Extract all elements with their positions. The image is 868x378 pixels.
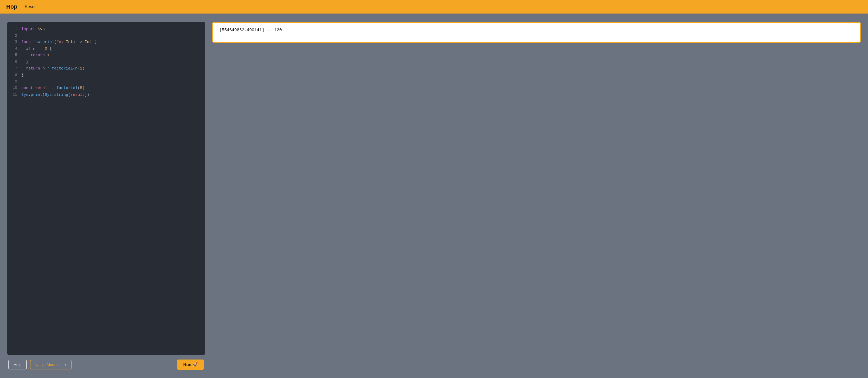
line-number: 6 <box>12 59 17 66</box>
output-box: [554649862.490141] -- 120 <box>212 22 861 43</box>
line-number: 11 <box>12 92 17 98</box>
main-content: 1import Sys23func factoriel(#n: Int) -> … <box>0 13 868 378</box>
line-number: 7 <box>12 65 17 72</box>
reset-button[interactable]: Reset <box>23 3 38 10</box>
line-number: 2 <box>12 33 17 39</box>
line-number: 9 <box>12 79 17 85</box>
code-line: 4 if n == 0 { <box>12 46 200 52</box>
line-content: } <box>21 59 28 66</box>
line-content: return n * factoriel(n-1) <box>21 65 85 72</box>
line-content: func factoriel(#n: Int) -> Int { <box>21 39 96 46</box>
code-line: 8} <box>12 72 200 79</box>
native-modules-label: Native Modules <box>35 362 61 367</box>
code-line: 11Sys.print(Sys.string(result)) <box>12 92 200 98</box>
line-number: 1 <box>12 26 17 33</box>
app-title: Hop <box>6 3 18 10</box>
line-number: 3 <box>12 39 17 46</box>
line-content: import Sys <box>21 26 45 33</box>
line-content: Sys.print(Sys.string(result)) <box>21 92 89 98</box>
topbar: Hop Reset <box>0 0 868 13</box>
editor-panel: 1import Sys23func factoriel(#n: Int) -> … <box>7 22 205 370</box>
run-button[interactable]: Run 🚀 <box>177 359 204 370</box>
line-content: return 1 <box>21 52 50 59</box>
help-button[interactable]: Help <box>8 360 27 370</box>
code-line: 1import Sys <box>12 26 200 33</box>
code-line: 9 <box>12 79 200 85</box>
line-number: 5 <box>12 52 17 59</box>
line-number: 10 <box>12 85 17 92</box>
code-editor[interactable]: 1import Sys23func factoriel(#n: Int) -> … <box>7 22 205 355</box>
code-line: 5 return 1 <box>12 52 200 59</box>
line-content: if n == 0 { <box>21 46 52 52</box>
code-line: 3func factoriel(#n: Int) -> Int { <box>12 39 200 46</box>
code-line: 6 } <box>12 59 200 66</box>
code-line: 10const result = factoriel(5) <box>12 85 200 92</box>
native-modules-button[interactable]: Native Modules ▼ <box>30 360 71 370</box>
editor-controls: Help Native Modules ▼ Run 🚀 <box>7 359 205 370</box>
line-content: const result = factoriel(5) <box>21 85 85 92</box>
code-line: 7 return n * factoriel(n-1) <box>12 65 200 72</box>
line-number: 8 <box>12 72 17 79</box>
output-panel: [554649862.490141] -- 120 <box>212 22 861 370</box>
line-number: 4 <box>12 46 17 52</box>
line-content: } <box>21 72 24 79</box>
code-line: 2 <box>12 33 200 39</box>
left-controls: Help Native Modules ▼ <box>8 360 71 370</box>
chevron-down-icon: ▼ <box>64 363 67 366</box>
